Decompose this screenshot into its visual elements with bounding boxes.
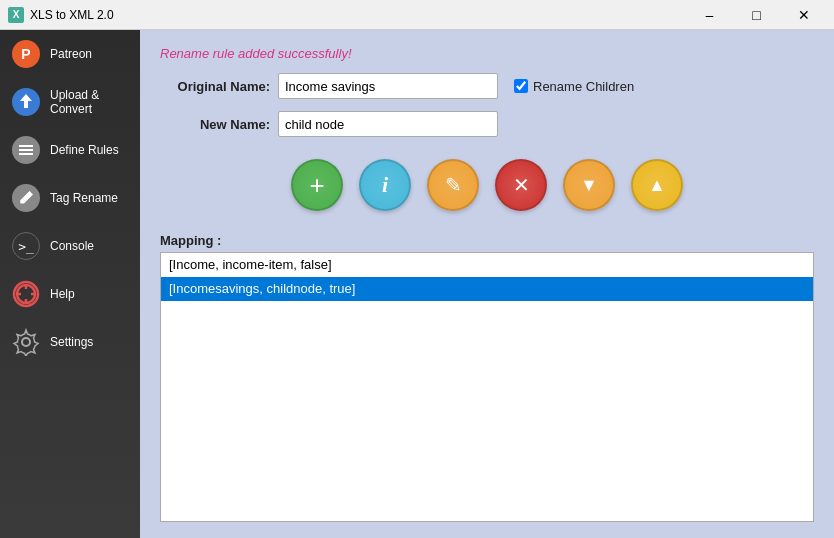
title-bar: X XLS to XML 2.0 ‒ □ ✕ xyxy=(0,0,834,30)
console-icon: >_ xyxy=(12,232,40,260)
sidebar-label-help: Help xyxy=(50,287,75,301)
info-icon: i xyxy=(382,172,388,198)
sidebar-label-upload: Upload & Convert xyxy=(50,88,128,116)
success-message: Rename rule added successfully! xyxy=(160,46,814,61)
sidebar-item-tag-rename[interactable]: Tag Rename xyxy=(0,174,140,222)
sidebar-item-settings[interactable]: Settings xyxy=(0,318,140,366)
move-down-button[interactable]: ▼ xyxy=(563,159,615,211)
chevron-up-icon: ▲ xyxy=(648,175,666,196)
app-container: P Patreon Upload & Convert Define Rules … xyxy=(0,30,834,538)
new-name-row: New Name: xyxy=(160,111,814,137)
settings-icon xyxy=(12,328,40,356)
maximize-button[interactable]: □ xyxy=(734,0,779,30)
sidebar-item-help[interactable]: Help xyxy=(0,270,140,318)
sidebar-label-rules: Define Rules xyxy=(50,143,119,157)
tag-rename-icon xyxy=(12,184,40,212)
info-button[interactable]: i xyxy=(359,159,411,211)
mapping-item-2[interactable]: [Incomesavings, childnode, true] xyxy=(161,277,813,301)
mapping-list: [Income, income-item, false] [Incomesavi… xyxy=(160,252,814,522)
plus-icon: + xyxy=(309,172,324,198)
svg-point-6 xyxy=(22,338,30,346)
add-button[interactable]: + xyxy=(291,159,343,211)
original-name-label: Original Name: xyxy=(160,79,270,94)
edit-button[interactable]: ✎ xyxy=(427,159,479,211)
app-icon: X xyxy=(8,7,24,23)
sidebar-item-patreon[interactable]: P Patreon xyxy=(0,30,140,78)
close-button[interactable]: ✕ xyxy=(781,0,826,30)
action-buttons-row: + i ✎ ✕ ▼ ▲ xyxy=(160,149,814,221)
help-icon xyxy=(12,280,40,308)
sidebar-item-console[interactable]: >_ Console xyxy=(0,222,140,270)
delete-button[interactable]: ✕ xyxy=(495,159,547,211)
new-name-label: New Name: xyxy=(160,117,270,132)
minimize-button[interactable]: ‒ xyxy=(687,0,732,30)
rename-children-label: Rename Children xyxy=(533,79,634,94)
sidebar: P Patreon Upload & Convert Define Rules … xyxy=(0,30,140,538)
patreon-icon: P xyxy=(12,40,40,68)
mapping-label: Mapping : xyxy=(160,233,814,248)
sidebar-label-patreon: Patreon xyxy=(50,47,92,61)
edit-icon: ✎ xyxy=(445,173,462,197)
move-up-button[interactable]: ▲ xyxy=(631,159,683,211)
sidebar-item-upload-convert[interactable]: Upload & Convert xyxy=(0,78,140,126)
sidebar-label-console: Console xyxy=(50,239,94,253)
rename-children-row: Rename Children xyxy=(514,79,634,94)
chevron-down-icon: ▼ xyxy=(580,175,598,196)
delete-icon: ✕ xyxy=(513,173,530,197)
sidebar-label-rename: Tag Rename xyxy=(50,191,118,205)
original-name-input[interactable] xyxy=(278,73,498,99)
mapping-section: Mapping : [Income, income-item, false] [… xyxy=(160,233,814,522)
content-area: Rename rule added successfully! Original… xyxy=(140,30,834,538)
rename-children-checkbox[interactable] xyxy=(514,79,528,93)
upload-icon xyxy=(12,88,40,116)
new-name-input[interactable] xyxy=(278,111,498,137)
original-name-row: Original Name: Rename Children xyxy=(160,73,814,99)
title-bar-left: X XLS to XML 2.0 xyxy=(8,7,114,23)
window-controls[interactable]: ‒ □ ✕ xyxy=(687,0,826,30)
mapping-item-1[interactable]: [Income, income-item, false] xyxy=(161,253,813,277)
define-rules-icon xyxy=(12,136,40,164)
sidebar-item-define-rules[interactable]: Define Rules xyxy=(0,126,140,174)
app-title: XLS to XML 2.0 xyxy=(30,8,114,22)
sidebar-label-settings: Settings xyxy=(50,335,93,349)
